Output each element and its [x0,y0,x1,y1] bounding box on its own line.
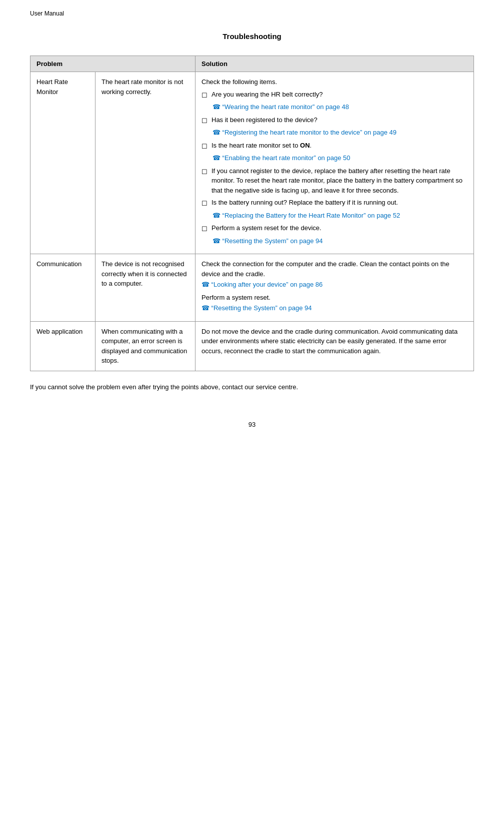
check-text-1: Are you wearing the HR belt correctly? [212,90,323,100]
solution-web-app: Do not move the device and the cradle du… [196,321,474,371]
checkbox-icon-4: ☐ [202,167,208,177]
checkbox-icon-5: ☐ [202,199,208,209]
ref-6[interactable]: ☎ “Resetting the System” on page 94 [212,236,468,246]
check-item-5: ☐ Is the battery running out? Replace th… [202,198,468,209]
page-title: Troubleshooting [30,32,474,41]
check-item-2: ☐ Has it been registered to the device? [202,115,468,126]
checkbox-icon-2: ☐ [202,116,208,126]
troubleshooting-table: Problem Solution Heart Rate Monitor The … [30,56,474,371]
check-text-3: Is the heart rate monitor set to ON. [212,141,312,151]
check-item-1: ☐ Are you wearing the HR belt correctly? [202,90,468,101]
ref-comm-1[interactable]: ☎ “Looking after your device” on page 86 [202,280,468,290]
category-communication: Communication [30,254,96,322]
check-text-2: Has it been registered to the device? [212,115,318,125]
solution-communication: Check the connection for the computer an… [196,254,474,322]
solution-web-intro: Do not move the device and the cradle du… [202,327,468,356]
check-item-3: ☐ Is the heart rate monitor set to ON. [202,141,468,152]
page-number: 93 [30,421,474,428]
problem-heart-rate: The heart rate monitor is not working co… [96,72,196,254]
solution-comm-intro: Check the connection for the computer an… [202,259,468,279]
col-header-solution: Solution [196,56,474,72]
category-heart-rate: Heart Rate Monitor [30,72,96,254]
check-item-4: ☐ If you cannot register to the device, … [202,166,468,196]
checkbox-icon-6: ☐ [202,224,208,234]
problem-web-app: When communicating with a computer, an e… [96,321,196,371]
category-web-app: Web application [30,321,96,371]
table-row-communication: Communication The device is not recognis… [30,254,474,322]
check-text-4: If you cannot register to the device, re… [212,166,468,196]
check-text-5: Is the battery running out? Replace the … [212,198,398,208]
header-manual: User Manual [30,10,474,17]
footer-note: If you cannot solve the problem even aft… [30,383,474,391]
solution-intro: Check the following items. [202,77,468,87]
col-header-problem: Problem [30,56,196,72]
ref-5[interactable]: ☎ “Replacing the Battery for the Heart R… [212,211,468,221]
solution-comm-perform: Perform a system reset. [202,293,468,303]
ref-3[interactable]: ☎ “Enabling the heart rate monitor” on p… [212,153,468,163]
check-item-6: ☐ Perform a system reset for the device. [202,223,468,234]
solution-heart-rate: Check the following items. ☐ Are you wea… [196,72,474,254]
check-text-6: Perform a system reset for the device. [212,223,322,233]
ref-2[interactable]: ☎ “Registering the heart rate monitor to… [212,128,468,138]
table-row-web-application: Web application When communicating with … [30,321,474,371]
checkbox-icon-3: ☐ [202,142,208,152]
ref-1[interactable]: ☎ “Wearing the heart rate monitor” on pa… [212,102,468,112]
table-row-heart-rate: Heart Rate Monitor The heart rate monito… [30,72,474,254]
checkbox-icon-1: ☐ [202,91,208,101]
problem-communication: The device is not recognised correctly w… [96,254,196,322]
ref-comm-2[interactable]: ☎ “Resetting the System” on page 94 [202,303,468,313]
